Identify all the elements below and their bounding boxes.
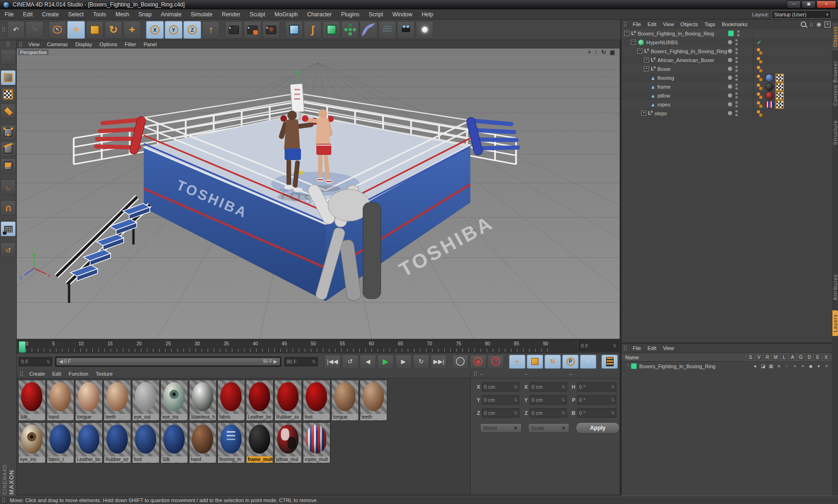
enable-dot[interactable]	[728, 76, 732, 80]
add-cube-button[interactable]	[285, 21, 303, 39]
visibility-dots[interactable]	[735, 101, 738, 107]
expressions-icon[interactable]: ▾	[815, 364, 823, 369]
coordinate-system-button[interactable]: ↑	[202, 21, 220, 39]
points-mode-button[interactable]	[0, 125, 16, 140]
phong-tag[interactable]	[757, 48, 760, 51]
visibility-dots[interactable]	[735, 75, 738, 81]
visibility-dots[interactable]	[735, 92, 738, 98]
material-tag[interactable]	[765, 100, 774, 109]
phong-tag[interactable]	[757, 75, 760, 78]
lock-icon[interactable]: ▫	[783, 364, 791, 369]
coordinate-space-dropdown[interactable]: World▼	[480, 423, 522, 433]
visibility-dots[interactable]	[735, 110, 738, 116]
material-tile[interactable]: eye_out	[132, 380, 160, 421]
material-tile[interactable]: Stainless_h	[189, 380, 216, 421]
spinner-icon[interactable]: ⇅	[611, 385, 615, 389]
Edit[interactable]: Edit	[18, 9, 37, 20]
workplane-mode-button[interactable]	[0, 104, 16, 119]
apply-button[interactable]: Apply	[576, 422, 620, 434]
Script[interactable]: Script	[364, 9, 388, 20]
solo-icon[interactable]: ●	[751, 364, 759, 369]
rotation-field[interactable]: 0 °⇅	[577, 408, 616, 418]
search-icon[interactable]	[801, 21, 806, 27]
View[interactable]: View	[660, 345, 677, 351]
prev-frame-button[interactable]: ◀	[360, 355, 376, 369]
Simulate[interactable]: Simulate	[186, 9, 217, 20]
material-tile[interactable]: pillow_mul	[274, 422, 302, 463]
timeline-playhead[interactable]	[19, 341, 26, 353]
tree-row[interactable]: ▲ frame	[622, 82, 832, 91]
layout-select[interactable]: Startup (User) ▼	[772, 10, 831, 19]
uvw-tag[interactable]	[775, 74, 784, 82]
File[interactable]: File	[629, 21, 644, 27]
phong-tag[interactable]	[757, 92, 760, 96]
tree-row[interactable]: ▲ flooring	[622, 73, 832, 82]
uvw-tag[interactable]	[775, 83, 784, 91]
timeline-frame-field[interactable]: 0 F ⇅	[579, 340, 619, 351]
home-icon[interactable]: ⌂	[810, 21, 813, 28]
add-deformer-button[interactable]	[360, 21, 377, 39]
current-frame-field[interactable]: 0 F ⇅	[19, 357, 52, 366]
position-field[interactable]: 0 cm⇅	[482, 408, 519, 418]
viewport-view-label[interactable]: Perspective	[18, 49, 49, 55]
Objects[interactable]: Objects	[832, 22, 838, 50]
MoGraph[interactable]: MoGraph	[270, 9, 302, 20]
enable-dot[interactable]	[728, 93, 732, 98]
spinner-icon[interactable]: ⇅	[312, 359, 315, 364]
Objects[interactable]: Objects	[677, 21, 701, 27]
Create[interactable]: Create	[26, 371, 49, 377]
phong-tag[interactable]	[757, 101, 760, 105]
File[interactable]: File	[629, 345, 644, 351]
y-axis-lock[interactable]: Y	[165, 21, 182, 39]
goto-start-button[interactable]: |◀◀	[324, 355, 341, 369]
Tools[interactable]: Tools	[88, 9, 111, 20]
Window[interactable]: Window	[388, 9, 417, 20]
scale-tool[interactable]	[86, 21, 104, 39]
material-tile[interactable]: Rubber_so	[104, 422, 131, 463]
visibility-dots[interactable]	[735, 84, 738, 90]
visibility-dots[interactable]	[735, 48, 738, 54]
rotate-tool[interactable]: ↻	[105, 21, 122, 39]
expand-icon[interactable]: +	[644, 66, 649, 71]
workplane-snap-button[interactable]	[0, 221, 16, 237]
axis-mode-button[interactable]: ∟	[0, 179, 16, 195]
material-tile[interactable]: teeth	[104, 380, 131, 421]
Bookmarks[interactable]: Bookmarks	[719, 21, 751, 27]
material-tag[interactable]	[765, 83, 774, 91]
close-button[interactable]: ×	[817, 0, 836, 8]
keyframe-mode-button[interactable]	[601, 355, 618, 369]
edges-mode-button[interactable]	[0, 141, 16, 157]
File[interactable]: File	[0, 9, 18, 20]
material-tile[interactable]: fabric_r	[47, 422, 74, 463]
last-used-tool[interactable]: +	[123, 21, 141, 39]
tree-row[interactable]: + L0 African_American_Boxer	[622, 56, 832, 64]
spinner-icon[interactable]: ⇅	[514, 398, 517, 402]
tree-row[interactable]: − HyperNURBS ✓	[622, 38, 832, 47]
material-tile[interactable]: Silk_	[18, 380, 46, 421]
z-axis-lock[interactable]: Z	[183, 21, 201, 39]
size-field[interactable]: 0 cm⇅	[530, 382, 567, 392]
column-toggle[interactable]: E	[813, 353, 822, 361]
material-tile[interactable]: eye_ins	[18, 422, 46, 463]
add-light-button[interactable]	[416, 21, 433, 39]
undo-button[interactable]: ↶	[7, 21, 25, 39]
material-grip[interactable]	[20, 371, 24, 377]
material-tile[interactable]: frame_mult	[246, 422, 273, 463]
coordinates-grip[interactable]	[474, 371, 478, 377]
render-view-button[interactable]	[225, 21, 243, 39]
Plugins[interactable]: Plugins	[336, 9, 364, 20]
material-tile[interactable]: hand	[47, 380, 74, 421]
View[interactable]: View	[25, 42, 43, 47]
column-toggle[interactable]: S	[746, 353, 755, 361]
make-editable-button[interactable]: ◌	[0, 49, 16, 64]
size-field[interactable]: 0 cm⇅	[530, 395, 567, 405]
Character[interactable]: Character	[302, 9, 336, 20]
Edit[interactable]: Edit	[644, 21, 660, 27]
add-camera-button[interactable]	[397, 21, 415, 39]
quantize-button[interactable]: ↺	[0, 242, 16, 258]
viewport-toggle-icon[interactable]: ▣	[610, 49, 615, 56]
record-scale-toggle[interactable]	[527, 355, 543, 369]
Texture[interactable]: Texture	[92, 371, 116, 377]
texture-mode-button[interactable]	[0, 87, 16, 102]
enable-dot[interactable]	[728, 49, 732, 53]
